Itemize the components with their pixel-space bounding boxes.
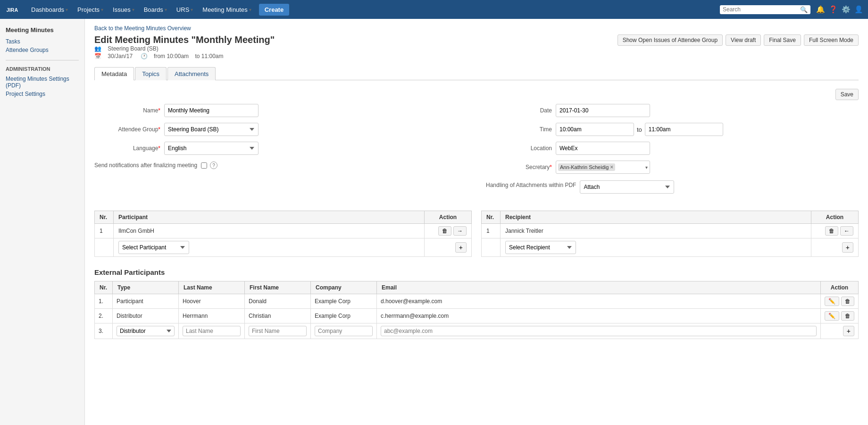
meeting-meta: 👥 Steering Board (SB)	[94, 45, 275, 52]
participant-actions: 🗑 →	[429, 226, 467, 236]
participant-add-button[interactable]: +	[455, 242, 467, 253]
user-avatar[interactable]: 👤	[854, 5, 863, 14]
ext-new-last-input[interactable]	[183, 326, 241, 336]
nav-projects[interactable]: Projects ▾	[74, 0, 107, 19]
recipient-name: Jannick Treitler	[501, 224, 811, 238]
ext-col-company: Company	[311, 281, 377, 294]
secretary-dropdown-icon[interactable]: ▾	[645, 165, 648, 170]
form-left-col: Name* Attendee Group* Steering Board (SB…	[94, 104, 467, 199]
tab-topics[interactable]: Topics	[135, 67, 167, 80]
sidebar-divider	[6, 60, 79, 60]
sidebar-title: Meeting Minutes	[6, 26, 79, 34]
search-input[interactable]	[723, 6, 798, 13]
ext-row2-first: Christian	[245, 309, 311, 323]
ext-new-company-input[interactable]	[315, 326, 373, 336]
boards-chevron-icon: ▾	[165, 7, 167, 12]
nav-boards[interactable]: Boards ▾	[140, 0, 171, 19]
nav-meeting-minutes[interactable]: Meeting Minutes ▾	[199, 0, 255, 19]
select-recipient-dropdown[interactable]: Select Recipient	[505, 241, 576, 254]
participants-table: Nr. Participant Action 1 IlmCon GmbH 🗑	[94, 211, 472, 257]
time-to-separator: to	[637, 126, 642, 133]
ext-col-last: Last Name	[179, 281, 245, 294]
tab-attachments[interactable]: Attachments	[167, 67, 216, 80]
create-button[interactable]: Create	[259, 4, 289, 16]
participant-delete-button[interactable]: 🗑	[438, 226, 451, 236]
table-row: 1 IlmCon GmbH 🗑 →	[95, 224, 472, 238]
date-input[interactable]	[556, 104, 650, 117]
sidebar-admin-title: ADMINISTRATION	[6, 66, 79, 72]
secretary-remove-icon[interactable]: ×	[610, 164, 613, 170]
ext-row1-nr: 1.	[95, 294, 113, 309]
gear-icon[interactable]: ⚙️	[842, 5, 851, 14]
back-link[interactable]: Back to the Meeting Minutes Overview	[94, 25, 191, 32]
projects-chevron-icon: ▾	[101, 7, 103, 12]
ext-row1-first: Donald	[245, 294, 311, 309]
ext-new-add-button[interactable]: +	[843, 326, 854, 336]
recipient-add-button[interactable]: +	[842, 242, 853, 253]
select-participant-dropdown[interactable]: Select Participant	[118, 241, 189, 254]
nav-urs[interactable]: URS ▾	[173, 0, 197, 19]
recipient-move-button[interactable]: ←	[840, 226, 853, 236]
ext-new-email-input[interactable]	[381, 326, 817, 336]
ext-row1-edit-button[interactable]: ✏️	[825, 297, 839, 306]
meta-date: 30/Jan/17	[108, 53, 133, 60]
secretary-row: Secretary* Ann-Kathrin Scheidig × ▾	[486, 161, 859, 174]
bell-icon[interactable]: 🔔	[816, 5, 825, 14]
handling-select[interactable]: Attach Embed None	[580, 180, 674, 194]
tables-row: Nr. Participant Action 1 IlmCon GmbH 🗑	[94, 211, 859, 257]
name-label: Name*	[94, 107, 160, 114]
ext-row2-company: Example Corp	[311, 309, 377, 323]
sidebar-item-project-settings[interactable]: Project Settings	[6, 90, 79, 98]
time-to-input[interactable]	[645, 123, 723, 136]
top-nav: JIRA Dashboards ▾ Projects ▾ Issues ▾ Bo…	[0, 0, 868, 19]
ext-new-actions: +	[825, 326, 854, 336]
show-open-issues-button[interactable]: Show Open Issues of Attendee Group	[618, 34, 723, 46]
ext-row2-type: Distributor	[113, 309, 179, 323]
attendee-group-select[interactable]: Steering Board (SB)	[164, 123, 259, 136]
ext-new-type-select[interactable]: Participant Distributor	[117, 326, 175, 336]
ext-row1-company: Example Corp	[311, 294, 377, 309]
name-input[interactable]	[164, 104, 259, 117]
date-label: Date	[486, 107, 552, 114]
sidebar-item-tasks[interactable]: Tasks	[6, 37, 79, 46]
send-notif-label: Send notifications after finalizing meet…	[94, 161, 197, 170]
participant-move-button[interactable]: →	[453, 226, 467, 236]
tab-metadata[interactable]: Metadata	[94, 67, 134, 80]
recipients-col-name: Recipient	[501, 211, 811, 224]
ext-col-type: Type	[113, 281, 179, 294]
ext-new-first-input[interactable]	[249, 326, 307, 336]
save-button[interactable]: Save	[835, 89, 859, 100]
send-notif-checkbox[interactable]	[201, 162, 207, 169]
language-select[interactable]: English	[164, 142, 259, 155]
recipient-delete-button[interactable]: 🗑	[825, 226, 838, 236]
sidebar-item-attendee-groups[interactable]: Attendee Groups	[6, 46, 79, 54]
tab-group: Metadata Topics Attachments	[94, 67, 859, 80]
table-row: 1. Participant Hoover Donald Example Cor…	[95, 294, 859, 309]
search-bar: 🔍	[720, 5, 810, 14]
nav-dashboards[interactable]: Dashboards ▾	[27, 0, 72, 19]
ext-row2-edit-button[interactable]: ✏️	[825, 311, 839, 321]
sidebar-item-settings-pdf[interactable]: Meeting Minutes Settings (PDF)	[6, 75, 79, 90]
full-screen-button[interactable]: Full Screen Mode	[804, 34, 859, 46]
ext-row1-actions: ✏️ 🗑	[825, 297, 854, 306]
recipient-nr: 1	[482, 224, 501, 238]
meta-time-to: 11:00am	[201, 53, 224, 60]
participants-table-block: Nr. Participant Action 1 IlmCon GmbH 🗑	[94, 211, 472, 257]
notif-help-icon[interactable]: ?	[210, 162, 217, 169]
location-label: Location	[486, 145, 552, 152]
external-title: External Participants	[94, 268, 859, 276]
notif-controls: ?	[201, 161, 217, 169]
help-icon[interactable]: ❓	[829, 5, 838, 14]
location-input[interactable]	[556, 142, 650, 155]
handling-row: Handling of Attachments within PDF Attac…	[486, 179, 859, 194]
language-label: Language*	[94, 145, 160, 152]
sidebar: Meeting Minutes Tasks Attendee Groups AD…	[0, 19, 85, 425]
table-row: 2. Distributor Herrmann Christian Exampl…	[95, 309, 859, 323]
nav-issues[interactable]: Issues ▾	[109, 0, 138, 19]
time-from-input[interactable]	[556, 123, 634, 136]
ext-row2-delete-button[interactable]: 🗑	[841, 311, 854, 321]
view-draft-button[interactable]: View draft	[726, 34, 761, 46]
secretary-select[interactable]: Ann-Kathrin Scheidig × ▾	[556, 161, 650, 174]
final-save-button[interactable]: Final Save	[764, 34, 801, 46]
ext-row1-delete-button[interactable]: 🗑	[841, 297, 854, 306]
